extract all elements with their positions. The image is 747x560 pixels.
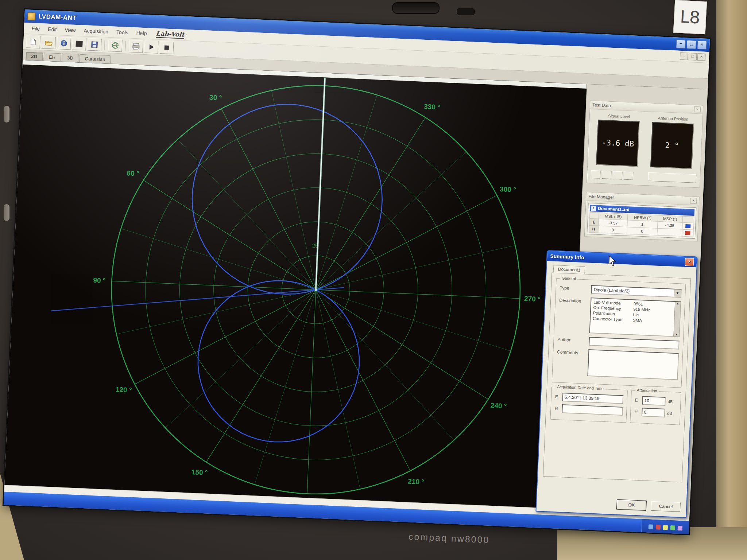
type-value: Dipole (Lambda/2)	[592, 287, 674, 296]
tray-icon[interactable]	[656, 525, 661, 530]
desc-value: SMA	[633, 318, 673, 324]
child-close-button[interactable]: ×	[697, 53, 706, 61]
desc-key: Polarization	[593, 311, 633, 317]
acq-h-label: H	[554, 406, 560, 411]
acq-date-h-field[interactable]	[562, 404, 623, 416]
maximize-button[interactable]: □	[686, 40, 696, 49]
attenuation-step-button[interactable]	[602, 171, 612, 179]
desc-value: Lin	[633, 312, 673, 319]
svg-text:270 °: 270 °	[524, 295, 541, 303]
desc-key: Lab-Volt model	[593, 300, 634, 306]
print-button[interactable]	[129, 40, 143, 53]
test-data-panel-title: Test Data	[592, 102, 611, 108]
minimize-button[interactable]: −	[676, 39, 686, 48]
summary-info-dialog: Summary Info × Document1 General Type Di…	[535, 250, 697, 518]
h-plane-color-swatch[interactable]	[685, 231, 690, 235]
position-antenna-button[interactable]	[648, 172, 696, 183]
child-restore-button[interactable]: □	[689, 53, 697, 61]
menu-file[interactable]: File	[27, 24, 44, 33]
menu-acquisition[interactable]: Acquisition	[80, 26, 113, 36]
svg-text:240 °: 240 °	[490, 402, 507, 410]
acq-date-e-field[interactable]	[562, 393, 623, 404]
save-disk-icon	[91, 41, 98, 48]
tab-eh[interactable]: EH	[43, 52, 61, 61]
cancel-button[interactable]: Cancel	[651, 501, 681, 512]
ok-button[interactable]: OK	[617, 500, 646, 510]
file-manager-title: File Manager	[588, 194, 614, 200]
author-field[interactable]	[589, 337, 680, 350]
svg-text:30 °: 30 °	[209, 93, 222, 101]
stop-acquisition-button[interactable]	[159, 41, 174, 54]
desc-key: Op. Frequency	[593, 305, 633, 311]
comments-label: Comments	[556, 348, 588, 376]
svg-text:150 °: 150 °	[191, 468, 208, 477]
save-button[interactable]	[87, 38, 101, 51]
col-color	[682, 216, 694, 223]
hpbw-h-value: 0	[627, 227, 657, 235]
att-h-unit: dB	[667, 411, 672, 416]
acquisition-group-label: Acquisition Date and Time	[556, 384, 605, 391]
row-header-spacer	[589, 212, 599, 219]
menu-help[interactable]: Help	[132, 28, 151, 38]
child-minimize-button[interactable]: −	[680, 52, 688, 60]
attenuation-step-button[interactable]	[624, 172, 634, 180]
panel-close-icon[interactable]: ×	[690, 198, 697, 204]
bezel-latch	[4, 106, 9, 122]
tab-3d[interactable]: 3D	[62, 53, 79, 62]
start-acquisition-button[interactable]	[144, 40, 158, 54]
tray-icon[interactable]	[663, 525, 668, 530]
panel-close-icon[interactable]: ×	[694, 106, 701, 113]
att-h-label: H	[634, 409, 640, 415]
document-name: Document1.ant	[598, 206, 630, 213]
file-manager-panel: File Manager × + Document1.ant MSL (dB) …	[584, 192, 700, 241]
antenna-orientation-button[interactable]	[108, 39, 122, 52]
summary-info-button[interactable]	[57, 37, 71, 50]
test-data-panel: Test Data × Signal Level -3.6 dB Antenna…	[587, 100, 703, 188]
scroll-down-icon[interactable]: ▼	[674, 333, 679, 337]
menu-tools[interactable]: Tools	[112, 27, 133, 37]
new-document-button[interactable]	[26, 35, 40, 48]
row-label-e: E	[589, 218, 599, 226]
tree-expand-icon[interactable]: +	[591, 206, 596, 211]
description-scrollbar[interactable]: ▲ ▼	[673, 302, 680, 337]
comments-field[interactable]	[587, 349, 679, 380]
menu-edit[interactable]: Edit	[44, 24, 61, 34]
description-box[interactable]: Lab-Volt model 9561 Op. Frequency 915 MH…	[589, 298, 681, 337]
polar-plot[interactable]: -250 °30 °60 °90 °120 °150 °180 °210 °24…	[4, 60, 587, 509]
chevron-down-icon[interactable]: ▼	[674, 289, 681, 297]
desc-value: 9561	[634, 302, 674, 308]
tab-cartesian[interactable]: Cartesian	[79, 54, 111, 64]
dialog-close-button[interactable]: ×	[685, 258, 694, 266]
svg-text:210 °: 210 °	[408, 478, 424, 486]
scroll-up-icon[interactable]: ▲	[675, 302, 680, 306]
printer-icon	[132, 43, 140, 50]
author-label: Author	[557, 335, 589, 346]
attenuation-step-button[interactable]	[613, 171, 623, 179]
menu-view[interactable]: View	[61, 25, 80, 35]
open-file-button[interactable]	[41, 36, 55, 49]
attenuation-step-button[interactable]	[591, 170, 601, 179]
signal-level-label: Signal Level	[608, 114, 630, 119]
system-tray[interactable]	[641, 519, 689, 534]
attenuation-h-field[interactable]	[642, 408, 665, 417]
toolbar-separator	[104, 40, 105, 50]
tab-2d[interactable]: 2D	[26, 52, 43, 61]
stop-icon	[163, 44, 170, 51]
svg-text:60 °: 60 °	[127, 169, 139, 177]
type-combobox[interactable]: Dipole (Lambda/2) ▼	[591, 285, 682, 298]
acquisition-groupbox: Acquisition Date and Time E H	[550, 387, 628, 423]
dialog-tab-document1[interactable]: Document1	[553, 265, 585, 274]
display-settings-button[interactable]	[72, 38, 86, 51]
attenuation-e-field[interactable]	[642, 396, 666, 406]
l8-sticker: L8	[673, 0, 707, 34]
laptop-latch	[457, 8, 475, 15]
tray-icon[interactable]	[670, 525, 676, 530]
general-group-label: General	[560, 276, 578, 281]
tray-icon[interactable]	[649, 524, 654, 529]
svg-text:330 °: 330 °	[424, 103, 440, 111]
tray-icon[interactable]	[678, 525, 683, 530]
e-plane-color-swatch[interactable]	[685, 224, 690, 228]
svg-text:120 °: 120 °	[116, 386, 132, 394]
close-button[interactable]: ×	[697, 40, 707, 50]
open-folder-icon	[44, 39, 53, 46]
